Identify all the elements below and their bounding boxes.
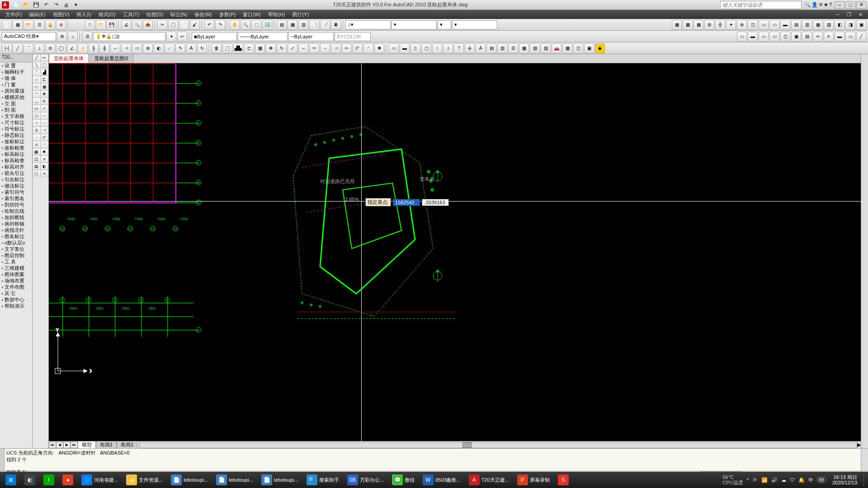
- mod-join-icon[interactable]: ⊢: [342, 43, 352, 53]
- tablestyle-combo[interactable]: ▾: [438, 20, 451, 29]
- mod-explode-icon[interactable]: ✸: [374, 43, 384, 53]
- layer-state-icon[interactable]: ▾: [166, 32, 176, 42]
- taskbar-item-14[interactable]: P屏幕录制: [514, 473, 553, 487]
- tangent-item-23[interactable]: 绘制云线: [0, 208, 32, 214]
- t3-14-icon[interactable]: ▧: [530, 43, 540, 53]
- dim-aligned-icon[interactable]: ╱: [13, 43, 23, 53]
- t3-8-icon[interactable]: ╪: [465, 43, 475, 53]
- layout-next-icon[interactable]: ▶: [63, 442, 71, 448]
- dim-update-icon[interactable]: ↻: [197, 43, 207, 53]
- tb-r4-icon[interactable]: ⊞: [704, 20, 714, 30]
- tb-close-icon[interactable]: ⊗: [56, 20, 66, 30]
- doc-close-icon[interactable]: ✕: [855, 11, 866, 19]
- tray-ime-icon[interactable]: 中: [808, 477, 813, 483]
- taskbar-item-11[interactable]: 💬微信: [388, 473, 418, 487]
- tray-app3-icon[interactable]: 🔔: [798, 477, 805, 483]
- taskbar-item-10[interactable]: 0B万彩办公...: [344, 473, 387, 487]
- tray-up-icon[interactable]: ^: [747, 477, 749, 483]
- dim-tedit-icon[interactable]: A: [186, 43, 196, 53]
- tangent-item-12[interactable]: 坐标标注: [0, 138, 32, 145]
- mod-fillet-icon[interactable]: ◜: [363, 43, 373, 53]
- taskbar-item-5[interactable]: 📁文件资源...: [123, 473, 166, 487]
- doc-tab-2[interactable]: 亚欧起重总图t2: [90, 54, 133, 63]
- t3-1-icon[interactable]: ▭: [389, 43, 399, 53]
- layout-prev-icon[interactable]: ◀: [56, 442, 63, 448]
- tb2-r3-icon[interactable]: ▭: [759, 32, 769, 42]
- tb-match-icon[interactable]: 🖌: [190, 20, 200, 30]
- tangent-item-9[interactable]: 尺寸标注: [0, 119, 32, 126]
- tb-r14-icon[interactable]: ▦: [813, 20, 823, 30]
- dim-jog-icon[interactable]: ⟋: [165, 43, 175, 53]
- tb-r3-icon[interactable]: ▦: [693, 20, 703, 30]
- taskbar-item-7[interactable]: 📄lebotoupi...: [212, 473, 257, 487]
- menu-draw[interactable]: 绘图(D): [143, 10, 167, 19]
- t3-10-icon[interactable]: ▤: [486, 43, 496, 53]
- taskbar-clock[interactable]: 16:13 周日2020/12/13: [830, 474, 860, 485]
- modify-tool-15[interactable]: ◐: [41, 163, 49, 170]
- mod-move-icon[interactable]: ✥: [266, 43, 276, 53]
- modify-tool-7[interactable]: ⤢: [41, 105, 49, 112]
- tb2-r7-icon[interactable]: ▤: [802, 32, 812, 42]
- draw-tool-5[interactable]: ◠: [33, 90, 41, 98]
- draw-tool-11[interactable]: ·: [33, 134, 41, 141]
- draw-tool-1[interactable]: ╲: [33, 61, 41, 69]
- tb-r5-icon[interactable]: ╬: [715, 20, 725, 30]
- tb-r16-icon[interactable]: ◧: [835, 20, 844, 30]
- tb-preview-icon[interactable]: 🔍: [132, 20, 142, 30]
- draw-tool-2[interactable]: ⌒: [33, 69, 41, 76]
- t3-6-icon[interactable]: ⊥: [443, 43, 453, 53]
- dyn-input-x[interactable]: 1582541: [393, 199, 420, 206]
- modify-tool-16[interactable]: A: [41, 170, 49, 177]
- favorite-icon[interactable]: ★: [824, 2, 828, 8]
- tray-app2-icon[interactable]: 🛡: [790, 477, 795, 483]
- t3-15-icon[interactable]: ▨: [541, 43, 551, 53]
- menu-file[interactable]: 文件(F): [2, 10, 25, 19]
- tangent-item-37[interactable]: 数据中心: [0, 296, 32, 303]
- qat-new-icon[interactable]: 📄: [12, 1, 21, 9]
- modify-tool-6[interactable]: ↻: [41, 98, 49, 105]
- tb2-r6-icon[interactable]: ▣: [791, 32, 801, 42]
- taskbar-item-8[interactable]: 📄lebotoupi...: [258, 473, 302, 487]
- modify-tool-14[interactable]: ≡: [41, 155, 49, 163]
- tb2-r5-icon[interactable]: ◫: [780, 32, 790, 42]
- mod-stretch-icon[interactable]: ↔: [298, 43, 308, 53]
- menu-window[interactable]: 窗口(W): [239, 10, 264, 19]
- t3-4-icon[interactable]: ▢: [421, 43, 431, 53]
- qat-redo-icon[interactable]: ↷: [52, 1, 61, 9]
- plotstyle-combo[interactable]: BYCOLOR: [335, 32, 371, 41]
- tb2-r4-icon[interactable]: ▭: [769, 32, 779, 42]
- doc-minimize-icon[interactable]: ─: [832, 11, 843, 18]
- tangent-item-10[interactable]: 符号标注: [0, 126, 32, 132]
- tangent-item-29[interactable]: 文字复位: [0, 246, 32, 252]
- dim-linear-icon[interactable]: ├┤: [2, 43, 12, 53]
- modify-tool-8[interactable]: ↔: [41, 112, 49, 119]
- dim-arc-icon[interactable]: ⌒: [24, 43, 33, 53]
- help-search-input[interactable]: [720, 1, 802, 9]
- tb-redo-icon[interactable]: ↷: [215, 20, 225, 30]
- tangent-item-19[interactable]: 做法标注: [0, 183, 32, 189]
- tangent-item-25[interactable]: 画对称轴: [0, 221, 32, 227]
- tray-flag-icon[interactable]: 🏳: [753, 477, 758, 483]
- modify-tool-13[interactable]: ✸: [41, 148, 49, 155]
- menu-format[interactable]: 格式(O): [95, 10, 119, 19]
- tray-app1-icon[interactable]: ☁: [781, 477, 786, 483]
- t3-19-icon[interactable]: ▣: [584, 43, 594, 53]
- mod-scale-icon[interactable]: ⤢: [288, 43, 297, 53]
- tangent-item-24[interactable]: 加折断线: [0, 214, 32, 221]
- mod-array-icon[interactable]: ▦: [255, 43, 265, 53]
- draw-tool-12[interactable]: A: [33, 141, 41, 148]
- tangent-item-35[interactable]: 文件布图: [0, 284, 32, 290]
- layout-first-icon[interactable]: ⏮: [49, 442, 56, 448]
- tangent-item-30[interactable]: 图层控制: [0, 252, 32, 258]
- tb2-r11-icon[interactable]: ▭: [845, 32, 855, 42]
- dim-rad-icon[interactable]: ⊘: [45, 43, 55, 53]
- dim-ang-icon[interactable]: ∠: [67, 43, 77, 53]
- tb2-r12-icon[interactable]: ╱: [856, 32, 866, 42]
- menu-tools[interactable]: 工具(T): [119, 10, 143, 19]
- draw-tool-14[interactable]: ◫: [33, 155, 41, 163]
- dyn-input-y[interactable]: -2039163: [422, 199, 449, 206]
- tb-r17-icon[interactable]: ◨: [845, 20, 855, 30]
- tangent-item-4[interactable]: 房间屋顶: [0, 88, 32, 94]
- draw-tool-6[interactable]: ◡: [33, 98, 41, 105]
- lineweight-combo[interactable]: ─ ByLayer: [288, 32, 334, 41]
